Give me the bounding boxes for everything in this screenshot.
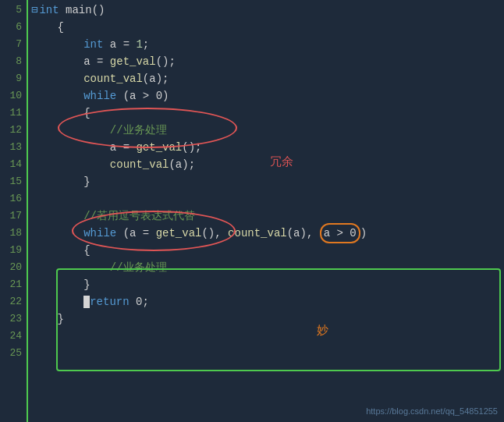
line-num-19: 19 xyxy=(0,242,27,259)
comment-17: //若用逗号表达式代替 xyxy=(83,207,195,225)
annotation-clever: 妙 xyxy=(317,323,328,338)
plain-while-18c: (a), xyxy=(287,225,320,242)
line-num-15: 15 xyxy=(0,173,27,190)
highlight-condition-18: a > 0 xyxy=(320,223,360,243)
plain-while-18d: ) xyxy=(360,225,367,242)
plain-arg-14: (a); xyxy=(169,156,195,173)
indent-14 xyxy=(31,156,110,173)
fn-getval-18: get_val xyxy=(156,225,202,242)
code-line-6: { xyxy=(31,19,504,36)
line-num-8: 8 xyxy=(0,53,27,70)
code-area: 5 6 7 8 9 10 11 12 13 14 15 16 17 18 19 … xyxy=(0,0,504,422)
plain-a-eq-8: a = xyxy=(83,53,110,70)
indent-17 xyxy=(31,207,83,225)
line-num-17: 17 xyxy=(0,207,27,225)
indent-18 xyxy=(31,225,83,242)
text-cursor xyxy=(83,296,90,308)
collapse-icon-5: ⊟ xyxy=(31,2,37,19)
brace-close-15: } xyxy=(83,173,90,190)
comment-20: //业务处理 xyxy=(110,259,167,276)
indent-15 xyxy=(31,173,83,190)
code-line-12: //业务处理 xyxy=(31,122,504,139)
code-line-13: a = get_val (); xyxy=(31,139,504,156)
plain-paren-13: (); xyxy=(182,139,201,156)
line-num-9: 9 xyxy=(0,70,27,87)
code-line-16 xyxy=(31,190,504,207)
code-line-8: a = get_val (); xyxy=(31,53,504,70)
indent-21 xyxy=(31,276,83,293)
line-num-16: 16 xyxy=(0,190,27,207)
fn-countval-14: count_val xyxy=(110,156,169,173)
plain-return-22: 0; xyxy=(130,293,149,310)
keyword-while-18: while xyxy=(83,225,116,242)
line-num-5: 5 xyxy=(0,2,27,19)
line-num-6: 6 xyxy=(0,19,27,36)
indent-19 xyxy=(31,242,83,259)
line-number-gutter: 5 6 7 8 9 10 11 12 13 14 15 16 17 18 19 … xyxy=(0,0,28,422)
code-line-24 xyxy=(31,328,504,345)
code-editor: 5 6 7 8 9 10 11 12 13 14 15 16 17 18 19 … xyxy=(0,0,504,422)
fn-countval-18: count_val xyxy=(228,225,287,242)
code-line-7: int a = 1 ; xyxy=(31,36,504,53)
indent-22 xyxy=(31,293,83,310)
indent-10 xyxy=(31,87,83,105)
line-num-12: 12 xyxy=(0,122,27,139)
indent-20 xyxy=(31,259,110,276)
indent-12 xyxy=(31,122,110,139)
line-num-25: 25 xyxy=(0,345,27,362)
plain-main: main() xyxy=(59,2,105,19)
brace-close-21: } xyxy=(83,276,90,293)
indent-9 xyxy=(31,70,83,87)
line-num-20: 20 xyxy=(0,259,27,276)
line-num-23: 23 xyxy=(0,310,27,328)
fn-getval-13: get_val xyxy=(136,139,182,156)
plain-paren-8: (); xyxy=(156,53,176,70)
keyword-int-7: int xyxy=(83,36,103,53)
indent-11 xyxy=(31,105,83,122)
line-num-11: 11 xyxy=(0,105,27,122)
code-line-25 xyxy=(31,345,504,362)
code-line-9: count_val (a); xyxy=(31,70,504,87)
code-line-11: { xyxy=(31,105,504,122)
line-num-22: 22 xyxy=(0,293,27,310)
line-num-18: 18 xyxy=(0,225,27,242)
code-line-14: count_val (a); xyxy=(31,156,504,173)
plain-while-cond-10: (a > 0) xyxy=(116,87,169,105)
code-line-20: //业务处理 xyxy=(31,259,504,276)
line-num-10: 10 xyxy=(0,87,27,105)
code-line-22: return 0; xyxy=(31,293,504,310)
line-num-7: 7 xyxy=(0,36,27,53)
watermark: https://blog.csdn.net/qq_54851255 xyxy=(366,406,498,416)
code-line-19: { xyxy=(31,242,504,259)
indent-23 xyxy=(31,310,58,328)
code-line-15: } xyxy=(31,173,504,190)
semi-7: ; xyxy=(143,36,149,53)
indent-8 xyxy=(31,53,83,70)
plain-a-eq-13: a = xyxy=(110,139,137,156)
code-line-23: } xyxy=(31,310,504,328)
comment-12: //业务处理 xyxy=(110,122,167,139)
line-num-14: 14 xyxy=(0,156,27,173)
code-line-10: while (a > 0) xyxy=(31,87,504,105)
keyword-int-5: int xyxy=(39,2,59,19)
code-line-5: ⊟ int main() xyxy=(31,2,504,19)
annotation-redundant: 冗余 xyxy=(270,154,293,169)
line-num-13: 13 xyxy=(0,139,27,156)
indent-13 xyxy=(31,139,110,156)
num-1: 1 xyxy=(136,36,142,53)
line-num-21: 21 xyxy=(0,276,27,293)
fn-countval-9: count_val xyxy=(83,70,143,87)
indent-7 xyxy=(31,36,83,53)
plain-a1: a = xyxy=(103,36,136,53)
brace-open-6: { xyxy=(31,19,64,36)
keyword-while-10: while xyxy=(83,87,116,105)
brace-open-11: { xyxy=(83,105,90,122)
line-num-24: 24 xyxy=(0,328,27,345)
code-line-21: } xyxy=(31,276,504,293)
plain-while-18b: (), xyxy=(201,225,228,242)
fn-getval-8: get_val xyxy=(110,53,156,70)
plain-while-18a: (a = xyxy=(116,225,155,242)
keyword-return-22: return xyxy=(90,293,129,310)
code-line-17: //若用逗号表达式代替 xyxy=(31,207,504,225)
code-line-18: while (a = get_val (), count_val (a), a … xyxy=(31,225,504,242)
